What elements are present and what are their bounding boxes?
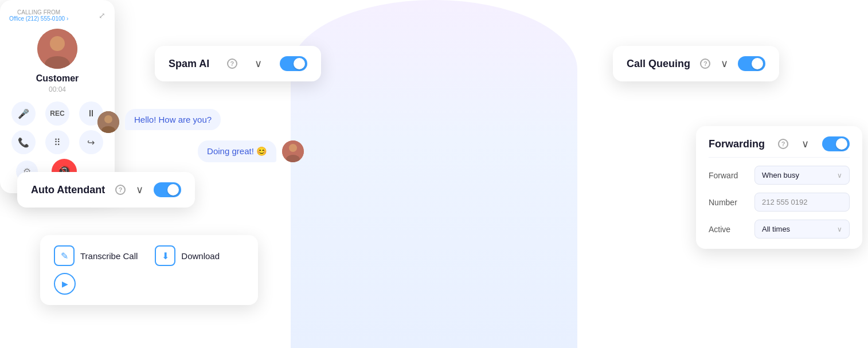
play-icon: ▶ [62, 279, 68, 288]
download-label: Download [181, 251, 220, 261]
record-button[interactable]: REC [45, 101, 69, 126]
active-label: Active [709, 225, 749, 234]
chat-row-sent: Doing great! 😊 [97, 140, 304, 162]
active-chevron-icon: ∨ [837, 225, 842, 233]
phone-card-header: CALLING FROM Office (212) 555-0100 › ⤢ [9, 9, 105, 22]
call-queuing-title: Call Queuing [627, 58, 690, 70]
forwarding-chevron-icon[interactable]: ∨ [801, 138, 809, 150]
phone-buttons-top: 🎤 REC ⏸ [9, 101, 105, 126]
chat-bubble-sent: Doing great! 😊 [198, 140, 276, 162]
download-item: ⬇ Download [155, 245, 220, 266]
forwarding-header: Forwarding ? ∨ [709, 136, 850, 151]
number-input[interactable]: 212 555 0192 [754, 193, 850, 212]
forward-select[interactable]: When busy ∨ [754, 166, 850, 185]
auto-attendant-title: Auto Attendant [31, 184, 105, 196]
number-row: Number 212 555 0192 [709, 193, 850, 212]
sender-avatar [97, 111, 119, 133]
auto-attendant-help-icon[interactable]: ? [115, 185, 126, 195]
spam-ai-chevron-icon[interactable]: ∨ [255, 57, 262, 70]
play-button[interactable]: ▶ [54, 273, 76, 295]
active-select[interactable]: All times ∨ [754, 220, 850, 238]
expand-icon[interactable]: ⤢ [99, 11, 105, 20]
transcribe-content: ✎ Transcribe Call ⬇ Download [54, 245, 244, 266]
auto-attendant-chevron-icon[interactable]: ∨ [136, 183, 143, 196]
forwarding-title: Forwarding [709, 138, 765, 150]
auto-attendant-toggle[interactable] [154, 182, 181, 197]
spam-ai-card-header: Spam AI ? ∨ [169, 56, 307, 71]
phone-button[interactable]: 📞 [11, 130, 36, 154]
office-number-text: Office (212) 555-0100 › [9, 15, 68, 22]
chat-row-received: Hello! How are you? [97, 109, 304, 135]
spam-ai-help-icon[interactable]: ? [227, 58, 237, 69]
call-timer: 00:04 [9, 85, 105, 93]
calling-from-label: CALLING FROM [9, 9, 68, 15]
download-icon-box: ⬇ [155, 245, 175, 266]
spam-ai-card: Spam AI ? ∨ [155, 46, 321, 81]
dialpad-button[interactable]: ⠿ [45, 130, 69, 154]
transcribe-label: Transcribe Call [80, 251, 138, 261]
spam-ai-toggle[interactable] [280, 56, 307, 71]
hero-background [291, 0, 577, 348]
active-row: Active All times ∨ [709, 220, 850, 238]
forward-chevron-icon: ∨ [837, 171, 842, 179]
mute-button[interactable]: 🎤 [11, 101, 36, 126]
forward-label: Forward [709, 171, 749, 180]
call-queuing-card: Call Queuing ? ∨ [613, 46, 779, 81]
contact-avatar [37, 29, 77, 69]
auto-attendant-card: Auto Attendant ? ∨ [17, 172, 195, 208]
svg-point-7 [50, 36, 65, 51]
transcribe-icon: ✎ [61, 251, 68, 261]
number-value: 212 555 0192 [762, 198, 808, 206]
receiver-avatar [282, 140, 304, 162]
forwarding-card: Forwarding ? ∨ Forward When busy ∨ Numbe… [696, 126, 862, 249]
transcribe-card: ✎ Transcribe Call ⬇ Download ▶ [40, 235, 258, 305]
chat-bubble-received: Hello! How are you? [125, 109, 221, 130]
call-queuing-toggle[interactable] [738, 56, 765, 71]
forwarding-help-icon[interactable]: ? [778, 139, 788, 149]
download-icon: ⬇ [162, 251, 169, 261]
divider-1 [709, 157, 850, 158]
call-queuing-chevron-icon[interactable]: ∨ [721, 57, 728, 70]
transcribe-icon-box: ✎ [54, 245, 75, 266]
forward-row: Forward When busy ∨ [709, 166, 850, 185]
phone-buttons-bottom: 📞 ⠿ ↪ [9, 130, 105, 154]
transcribe-item: ✎ Transcribe Call [54, 245, 138, 266]
auto-attendant-header: Auto Attendant ? ∨ [31, 182, 181, 197]
call-queuing-header: Call Queuing ? ∨ [627, 56, 765, 71]
svg-point-1 [104, 115, 112, 123]
number-label: Number [709, 198, 749, 207]
spam-ai-title: Spam AI [169, 58, 209, 70]
contact-name: Customer [9, 73, 105, 84]
calling-from-info: CALLING FROM Office (212) 555-0100 › [9, 9, 68, 22]
forwarding-toggle[interactable] [822, 136, 850, 151]
chat-area: Hello! How are you? Doing great! 😊 [97, 109, 304, 168]
forward-value: When busy [762, 171, 799, 179]
active-value: All times [762, 225, 790, 233]
call-queuing-help-icon[interactable]: ? [700, 58, 710, 69]
office-number: Office (212) 555-0100 › [9, 15, 68, 22]
svg-point-4 [289, 144, 297, 152]
